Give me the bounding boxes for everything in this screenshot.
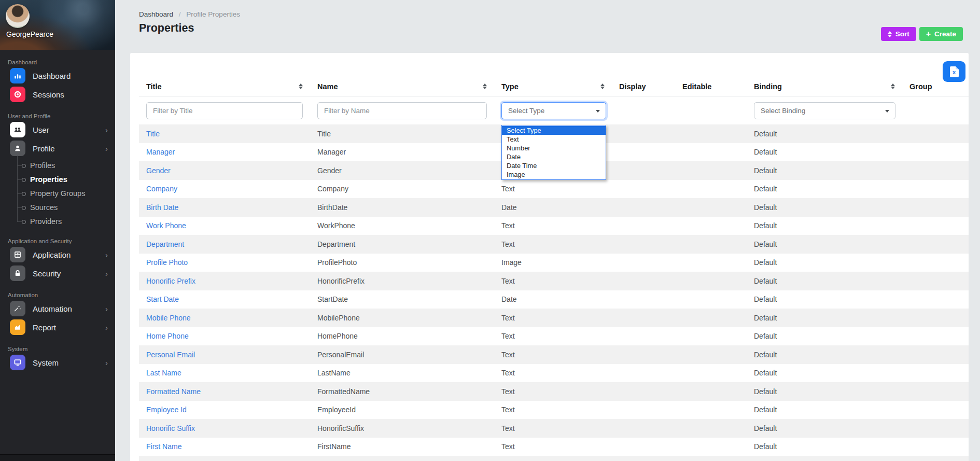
property-title-link[interactable]: Profile Photo xyxy=(139,258,310,267)
property-name-cell: HonorificSuffix xyxy=(310,424,494,432)
property-type-cell: Text xyxy=(494,369,612,377)
property-title-link[interactable]: Honorific Prefix xyxy=(139,277,310,285)
user-banner: GeorgePearce xyxy=(0,0,115,50)
property-title-link[interactable]: Gender xyxy=(139,166,310,175)
property-name-cell: BirthDate xyxy=(310,203,494,212)
automation-icon xyxy=(13,304,22,313)
table-row: Start Date StartDate Date Default xyxy=(139,290,969,309)
sidebar-section-label: Application and Security xyxy=(0,237,115,245)
property-title-link[interactable]: Home Phone xyxy=(139,332,310,340)
sidebar-item-label: Report xyxy=(33,323,56,332)
excel-file-icon: x xyxy=(950,66,959,77)
nav-icon-tile xyxy=(10,355,25,370)
sidebar-item-dashboard[interactable]: Dashboard xyxy=(0,66,115,85)
table-row: Last Name LastName Text Default xyxy=(139,364,969,383)
property-name-cell: HomePhone xyxy=(310,332,494,340)
property-title-link[interactable]: Employee Id xyxy=(139,406,310,414)
property-title-link[interactable]: Manager xyxy=(139,148,310,156)
binding-cell: Default xyxy=(747,442,902,451)
system-icon xyxy=(13,358,22,367)
property-title-link[interactable]: Personal Email xyxy=(139,351,310,359)
sidebar-subitem-properties[interactable]: Properties xyxy=(17,173,115,187)
sort-toggle-icon[interactable] xyxy=(299,83,303,89)
type-option[interactable]: Text xyxy=(502,135,606,144)
report-icon xyxy=(13,323,22,331)
table-row: Birth Date BirthDate Date Default xyxy=(139,198,969,217)
binding-cell: Default xyxy=(747,221,902,230)
property-title-link[interactable]: Title xyxy=(139,130,310,138)
sidebar-section: System System › xyxy=(0,345,115,372)
chevron-right-icon: › xyxy=(105,270,108,277)
table-row: Home Phone HomePhone Text Default xyxy=(139,327,969,346)
property-title-link[interactable]: Last Name xyxy=(139,369,310,377)
table-row: Formatted Name FormattedName Text Defaul… xyxy=(139,382,969,401)
sidebar-subitem-sources[interactable]: Sources xyxy=(17,201,115,215)
property-name-cell: PersonalEmail xyxy=(310,351,494,359)
sidebar-item-system[interactable]: System › xyxy=(0,353,115,372)
property-title-link[interactable]: Birth Date xyxy=(139,203,310,212)
sidebar-submenu: ProfilesPropertiesProperty GroupsSources… xyxy=(17,159,115,229)
profile-icon xyxy=(13,144,22,152)
property-title-link[interactable]: Company xyxy=(139,185,310,193)
property-title-link[interactable]: Start Date xyxy=(139,295,310,303)
filter-row: Select Type Select TypeTextNumberDateDat… xyxy=(139,96,969,124)
sidebar-nav-list: System › xyxy=(0,353,115,372)
name-filter-input[interactable] xyxy=(317,102,487,119)
binding-cell: Default xyxy=(747,351,902,359)
type-option[interactable]: Date Time xyxy=(502,161,606,170)
binding-cell: Default xyxy=(747,332,902,340)
column-header-binding: Binding xyxy=(747,82,902,91)
dashboard-icon xyxy=(13,72,22,80)
sidebar-item-sessions[interactable]: Sessions xyxy=(0,85,115,104)
property-title-link[interactable]: Mobile Phone xyxy=(139,314,310,322)
table-row: Personal Email PersonalEmail Text Defaul… xyxy=(139,345,969,364)
sidebar-nav: Dashboard Dashboard Sessions User and Pr… xyxy=(0,58,115,372)
type-filter-select[interactable]: Select Type xyxy=(501,102,606,119)
property-title-link[interactable]: Honorific Suffix xyxy=(139,424,310,432)
property-type-cell: Text xyxy=(494,314,612,322)
export-excel-button[interactable]: x xyxy=(943,61,965,82)
property-title-link[interactable]: Department xyxy=(139,240,310,248)
binding-cell: Default xyxy=(747,406,902,414)
column-header-title: Title xyxy=(139,82,310,91)
binding-filter-select[interactable]: Select Binding xyxy=(754,102,895,119)
table-row: Employee Id EmployeeId Text Default xyxy=(139,401,969,420)
sidebar-item-automation[interactable]: Automation › xyxy=(0,299,115,318)
sort-toggle-icon[interactable] xyxy=(600,83,605,89)
property-title-link[interactable]: Work Phone xyxy=(139,221,310,230)
binding-cell: Default xyxy=(747,387,902,396)
sidebar-item-profile[interactable]: Profile › xyxy=(0,139,115,158)
sort-arrows-icon xyxy=(888,31,892,37)
property-title-link[interactable]: First Name xyxy=(139,442,310,451)
sidebar-item-label: Security xyxy=(33,269,61,278)
sidebar-item-user[interactable]: User › xyxy=(0,120,115,139)
nav-icon-tile xyxy=(10,266,25,281)
sidebar-nav-list: Dashboard Sessions xyxy=(0,66,115,104)
sidebar-subitem-property-groups[interactable]: Property Groups xyxy=(17,187,115,201)
sort-button[interactable]: Sort xyxy=(881,27,916,41)
type-option[interactable]: Number xyxy=(502,144,606,152)
sidebar-item-label: Sessions xyxy=(33,90,64,99)
sort-toggle-icon[interactable] xyxy=(891,83,895,89)
sidebar-item-report[interactable]: Report › xyxy=(0,318,115,337)
property-title-link[interactable]: Formatted Name xyxy=(139,387,310,396)
sidebar-item-application[interactable]: Application › xyxy=(0,245,115,264)
sidebar-subitem-providers[interactable]: Providers xyxy=(17,215,115,229)
create-button[interactable]: + Create xyxy=(919,27,963,41)
property-type-cell: Text xyxy=(494,332,612,340)
breadcrumb-dashboard-link[interactable]: Dashboard xyxy=(139,10,173,18)
column-header-name: Name xyxy=(310,82,494,91)
sidebar-subitem-profiles[interactable]: Profiles xyxy=(17,159,115,173)
property-type-cell: Date xyxy=(494,203,612,212)
breadcrumb: Dashboard / Profile Properties xyxy=(139,10,240,18)
binding-cell: Default xyxy=(747,148,902,156)
sort-toggle-icon[interactable] xyxy=(483,83,487,89)
property-type-cell: Text xyxy=(494,277,612,285)
table-row: First Name FirstName Text Default xyxy=(139,438,969,456)
sidebar-item-security[interactable]: Security › xyxy=(0,264,115,283)
type-option[interactable]: Image xyxy=(502,170,606,179)
avatar[interactable] xyxy=(6,4,30,28)
type-option[interactable]: Date xyxy=(502,152,606,161)
type-option[interactable]: Select Type xyxy=(502,126,606,135)
title-filter-input[interactable] xyxy=(146,102,303,119)
